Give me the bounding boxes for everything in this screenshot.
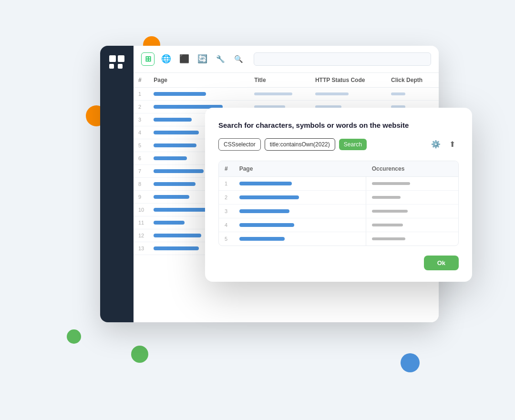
box-button[interactable]: ⬛ — [177, 52, 191, 66]
cell-num: 1 — [134, 87, 149, 100]
wrench-button[interactable]: 🔧 — [214, 52, 227, 66]
modal-cell-page — [234, 190, 366, 204]
search-button[interactable]: Search — [339, 139, 367, 150]
cell-status — [310, 87, 386, 100]
cell-title — [249, 87, 310, 100]
blob-green-left — [67, 329, 81, 344]
cell-num: 8 — [134, 177, 149, 190]
modal-cell-occ — [366, 204, 458, 218]
blob-blue-right — [401, 353, 420, 372]
search-bar-row: CSSselector title:containsOwn(2022) Sear… — [218, 138, 459, 151]
cell-num: 3 — [134, 113, 149, 126]
settings-icon[interactable]: ⚙️ — [429, 138, 443, 151]
cell-num: 5 — [134, 139, 149, 152]
refresh-button[interactable]: 🔄 — [196, 52, 209, 66]
scene: ⊞ 🌐 ⬛ 🔄 🔧 🔍 — [43, 31, 472, 389]
modal-col-occ: Occurences — [366, 161, 458, 177]
modal-col-num: # — [219, 161, 234, 177]
modal-cell-occ — [366, 232, 458, 246]
export-icon[interactable]: ⬆ — [445, 138, 459, 151]
cell-num: 12 — [134, 229, 149, 242]
modal-cell-num: 2 — [219, 190, 234, 204]
modal-cell-page — [234, 204, 366, 218]
modal-cell-occ — [366, 218, 458, 232]
sidebar — [100, 46, 134, 322]
logo-cell-3 — [109, 64, 114, 69]
modal-table-row: 5 — [219, 232, 458, 246]
modal-table-row: 2 — [219, 190, 458, 204]
modal-cell-num: 5 — [219, 232, 234, 246]
search-button[interactable]: 🔍 — [232, 52, 245, 66]
col-num: # — [134, 73, 149, 88]
table-row: 1 — [134, 87, 439, 100]
modal-col-page: Page — [234, 161, 366, 177]
cell-num: 7 — [134, 164, 149, 177]
css-selector-tag[interactable]: CSSselector — [218, 138, 261, 151]
refresh-icon: 🔄 — [197, 54, 207, 64]
wrench-icon: 🔧 — [216, 55, 225, 63]
toolbar-search-input[interactable] — [254, 52, 431, 66]
sidebar-logo — [109, 55, 124, 69]
modal-cell-page — [234, 176, 366, 190]
modal-cell-num: 4 — [219, 218, 234, 232]
toolbar: ⊞ 🌐 ⬛ 🔄 🔧 🔍 — [134, 46, 439, 73]
col-status: HTTP Status Code — [310, 73, 386, 88]
contains-own-tag[interactable]: title:containsOwn(2022) — [265, 138, 335, 151]
blob-green-bottom — [131, 346, 148, 363]
modal-table-row: 1 — [219, 176, 458, 190]
logo-cell-2 — [118, 55, 124, 62]
modal-cell-page — [234, 232, 366, 246]
cell-num: 11 — [134, 216, 149, 229]
modal-table-row: 4 — [219, 218, 458, 232]
modal-table-row: 3 — [219, 204, 458, 218]
ok-button[interactable]: Ok — [424, 256, 459, 270]
cell-num: 9 — [134, 190, 149, 203]
cell-depth — [386, 87, 439, 100]
globe-button[interactable]: 🌐 — [159, 52, 173, 66]
cell-num: 10 — [134, 203, 149, 216]
search-modal: Search for characters, symbols or words … — [205, 108, 472, 282]
globe-icon: 🌐 — [161, 54, 171, 64]
modal-cell-num: 1 — [219, 176, 234, 190]
cell-num: 4 — [134, 126, 149, 139]
box-icon: ⬛ — [179, 54, 189, 64]
add-button[interactable]: ⊞ — [141, 52, 154, 66]
cell-num: 13 — [134, 242, 149, 255]
modal-cell-occ — [366, 190, 458, 204]
results-table-wrapper: # Page Occurences 12345 — [218, 161, 459, 246]
col-depth: Click Depth — [386, 73, 439, 88]
cell-page — [149, 87, 249, 100]
add-icon: ⊞ — [145, 54, 151, 63]
logo-cell-4 — [118, 64, 123, 69]
cell-num: 6 — [134, 152, 149, 164]
col-page: Page — [149, 73, 249, 88]
modal-cell-page — [234, 218, 366, 232]
modal-title: Search for characters, symbols or words … — [218, 121, 459, 129]
logo-cell-1 — [109, 55, 116, 62]
search-icon: 🔍 — [234, 55, 243, 63]
modal-cell-num: 3 — [219, 204, 234, 218]
col-title: Title — [249, 73, 310, 88]
modal-cell-occ — [366, 176, 458, 190]
cell-num: 2 — [134, 100, 149, 113]
